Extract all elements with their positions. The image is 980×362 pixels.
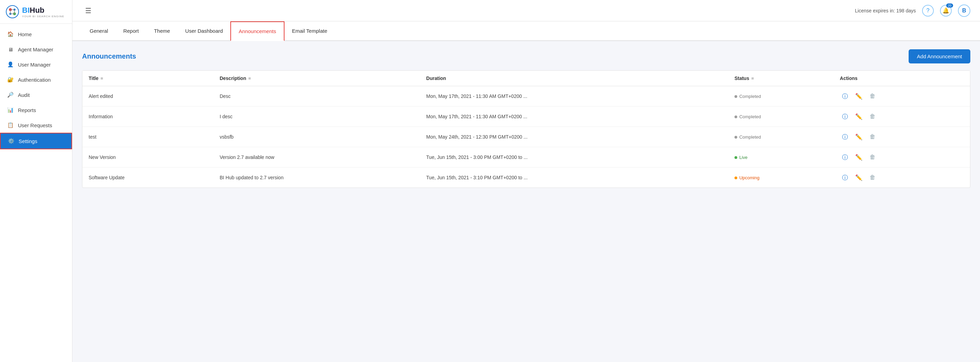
status-dot-3 [735, 156, 737, 159]
row-actions-1: ⓘ ✏️ 🗑 [834, 106, 970, 127]
row-description-4: BI Hub updated to 2.7 version [213, 168, 420, 188]
settings-tabs: General Report Theme User Dashboard Anno… [72, 21, 980, 41]
info-button-0[interactable]: ⓘ [840, 91, 850, 102]
content-area: General Report Theme User Dashboard Anno… [72, 21, 980, 362]
help-button[interactable]: ? [922, 5, 934, 17]
col-actions-label: Actions [840, 76, 858, 81]
col-duration: Duration [420, 71, 728, 86]
tab-report-label: Report [123, 28, 138, 34]
info-button-2[interactable]: ⓘ [840, 132, 850, 142]
add-announcement-button[interactable]: Add Announcement [908, 49, 970, 64]
sidebar-item-user-requests[interactable]: 📋 User Requests [0, 117, 72, 133]
tab-report[interactable]: Report [116, 22, 146, 41]
tab-announcements[interactable]: Announcements [230, 21, 284, 41]
delete-button-0[interactable]: 🗑 [868, 91, 878, 102]
status-dot-4 [735, 176, 737, 179]
tab-theme[interactable]: Theme [146, 22, 178, 41]
sidebar-item-agent-manager[interactable]: 🖥 Agent Manager [0, 42, 72, 57]
tab-email-template-label: Email Template [292, 28, 327, 34]
edit-button-4[interactable]: ✏️ [854, 172, 864, 183]
row-duration-1: Mon, May 17th, 2021 - 11:30 AM GMT+0200 … [420, 106, 728, 127]
sidebar-item-authentication[interactable]: 🔐 Authentication [0, 72, 72, 87]
reports-icon: 📊 [7, 106, 14, 113]
table-header-row: Title ≡ Description ≡ [83, 71, 970, 86]
edit-button-3[interactable]: ✏️ [854, 152, 864, 162]
help-icon: ? [927, 8, 930, 14]
sidebar-item-settings-label: Settings [19, 138, 37, 144]
notification-badge: 20 [946, 3, 953, 8]
sidebar-item-home[interactable]: 🏠 Home [0, 27, 72, 42]
row-duration-3: Tue, Jun 15th, 2021 - 3:00 PM GMT+0200 t… [420, 147, 728, 168]
actions-cell-0: ⓘ ✏️ 🗑 [840, 91, 964, 102]
main-area: ☰ License expires in: 198 days ? 🔔 20 B … [72, 0, 980, 362]
menu-toggle-button[interactable]: ☰ [82, 5, 94, 17]
row-description-3: Version 2.7 available now [213, 147, 420, 168]
section-title: Announcements [82, 52, 136, 60]
delete-button-3[interactable]: 🗑 [868, 152, 878, 162]
col-duration-label: Duration [426, 76, 446, 81]
info-button-3[interactable]: ⓘ [840, 152, 850, 162]
delete-button-1[interactable]: 🗑 [868, 111, 878, 122]
tab-general-label: General [90, 28, 108, 34]
status-badge-1: Completed [735, 114, 761, 119]
info-button-1[interactable]: ⓘ [840, 111, 850, 122]
section-header: Announcements Add Announcement [82, 49, 970, 64]
table-row: Information I desc Mon, May 17th, 2021 -… [83, 106, 970, 127]
logo-icon [6, 5, 19, 19]
announcements-section: Announcements Add Announcement Title ≡ [72, 41, 980, 196]
logo: BIHub YOUR BI SEARCH ENGINE [0, 0, 72, 24]
col-description-label: Description [220, 76, 246, 81]
table-row: New Version Version 2.7 available now Tu… [83, 147, 970, 168]
col-title-label: Title [89, 76, 99, 81]
sidebar-item-audit[interactable]: 🔎 Audit [0, 87, 72, 102]
table-row: Software Update BI Hub updated to 2.7 ve… [83, 168, 970, 188]
status-filter-icon[interactable]: ≡ [751, 76, 754, 81]
row-title-3: New Version [83, 147, 213, 168]
tab-general[interactable]: General [82, 22, 116, 41]
row-title-4: Software Update [83, 168, 213, 188]
status-badge-0: Completed [735, 94, 761, 99]
announcements-table: Title ≡ Description ≡ [83, 71, 970, 187]
home-icon: 🏠 [7, 31, 14, 38]
status-label-0: Completed [739, 94, 761, 99]
edit-button-0[interactable]: ✏️ [854, 91, 864, 102]
sidebar-item-reports-label: Reports [18, 107, 36, 113]
actions-cell-1: ⓘ ✏️ 🗑 [840, 111, 964, 122]
tab-user-dashboard-label: User Dashboard [185, 28, 223, 34]
col-actions: Actions [834, 71, 970, 86]
tab-user-dashboard[interactable]: User Dashboard [178, 22, 230, 41]
table-row: Alert edited Desc Mon, May 17th, 2021 - … [83, 86, 970, 106]
delete-button-4[interactable]: 🗑 [868, 172, 878, 183]
sidebar-nav: 🏠 Home 🖥 Agent Manager 👤 User Manager 🔐 … [0, 24, 72, 362]
description-filter-icon[interactable]: ≡ [248, 76, 251, 81]
actions-cell-4: ⓘ ✏️ 🗑 [840, 172, 964, 183]
row-actions-3: ⓘ ✏️ 🗑 [834, 147, 970, 168]
info-button-4[interactable]: ⓘ [840, 172, 850, 183]
agent-manager-icon: 🖥 [7, 46, 14, 53]
sidebar-item-user-manager[interactable]: 👤 User Manager [0, 57, 72, 72]
sidebar-item-settings[interactable]: ⚙️ Settings [0, 133, 72, 149]
user-avatar[interactable]: B [958, 5, 970, 17]
row-status-3: Live [728, 147, 834, 168]
user-requests-icon: 📋 [7, 122, 14, 129]
notifications-button[interactable]: 🔔 20 [940, 5, 952, 17]
title-filter-icon[interactable]: ≡ [101, 76, 103, 81]
tab-email-template[interactable]: Email Template [285, 22, 335, 41]
row-status-0: Completed [728, 86, 834, 106]
sidebar-item-reports[interactable]: 📊 Reports [0, 102, 72, 117]
row-description-0: Desc [213, 86, 420, 106]
header: ☰ License expires in: 198 days ? 🔔 20 B [72, 0, 980, 21]
svg-point-0 [6, 6, 19, 18]
sidebar-item-user-manager-label: User Manager [18, 62, 51, 68]
actions-cell-3: ⓘ ✏️ 🗑 [840, 152, 964, 162]
edit-button-2[interactable]: ✏️ [854, 132, 864, 142]
row-actions-2: ⓘ ✏️ 🗑 [834, 127, 970, 147]
logo-subtitle: YOUR BI SEARCH ENGINE [22, 15, 64, 18]
hamburger-icon: ☰ [85, 6, 91, 15]
status-label-1: Completed [739, 114, 761, 119]
edit-button-1[interactable]: ✏️ [854, 111, 864, 122]
row-actions-0: ⓘ ✏️ 🗑 [834, 86, 970, 106]
row-description-2: vsbsfb [213, 127, 420, 147]
delete-button-2[interactable]: 🗑 [868, 132, 878, 142]
row-duration-0: Mon, May 17th, 2021 - 11:30 AM GMT+0200 … [420, 86, 728, 106]
